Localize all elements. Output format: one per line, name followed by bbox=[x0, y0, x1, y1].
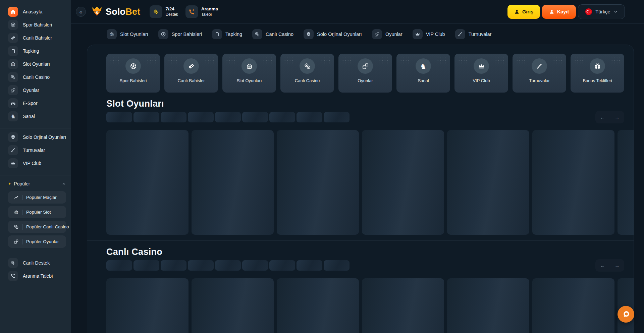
sidebar-item-aranma-talebi[interactable]: Aranma Talebi bbox=[8, 271, 66, 281]
skeleton-chip bbox=[269, 260, 295, 271]
category-card-slot-oyunlari[interactable]: Slot Oyunları bbox=[222, 54, 276, 93]
sidebar-popular-header[interactable]: ✦ Popüler bbox=[8, 179, 66, 188]
skeleton-game-card bbox=[106, 278, 189, 333]
slot-icon bbox=[8, 59, 18, 69]
sidebar-item-canli-destek[interactable]: Canlı Destek bbox=[8, 258, 66, 268]
sidebar-item-populer-canli-casino[interactable]: Popüler Canlı Casino bbox=[8, 221, 66, 233]
carousel-next-button[interactable]: → bbox=[610, 111, 625, 123]
nav-item-vip-club[interactable]: VIP Club bbox=[413, 29, 445, 39]
nav-item-slot-oyunlari[interactable]: Slot Oyunları bbox=[107, 29, 148, 39]
skeleton-chip bbox=[188, 260, 214, 271]
sidebar-item-canli-bahisler[interactable]: Canlı Bahisler bbox=[8, 33, 66, 43]
brand-logo[interactable]: SoloBet bbox=[91, 6, 140, 18]
soccer-ball-icon bbox=[125, 58, 141, 74]
sidebar-item-turnuvalar[interactable]: Turnuvalar bbox=[8, 145, 66, 155]
category-card-canli-bahisler[interactable]: Canlı Bahisler bbox=[164, 54, 218, 93]
user-icon bbox=[514, 9, 520, 14]
category-card-sanal[interactable]: ♞ Sanal bbox=[396, 54, 450, 93]
support-chip[interactable]: 7/24 Destek bbox=[150, 5, 178, 18]
nav-item-canli-casino[interactable]: Canlı Casino bbox=[252, 29, 293, 39]
dice-icon bbox=[14, 239, 19, 244]
skeleton-chip bbox=[133, 112, 159, 122]
sidebar-item-canli-casino[interactable]: Canlı Casino bbox=[8, 72, 66, 82]
nav-item-tapking[interactable]: Tapking bbox=[212, 29, 242, 39]
carousel-pager: ← → bbox=[595, 111, 624, 123]
nav-item-label: Turnuvalar bbox=[469, 32, 492, 37]
slot-icon bbox=[241, 58, 257, 74]
shield-crown-icon bbox=[8, 132, 18, 142]
skeleton-chip bbox=[324, 260, 350, 271]
language-selector[interactable]: Türkçe bbox=[578, 4, 625, 19]
crown-icon bbox=[413, 29, 423, 39]
carousel-next-button[interactable]: → bbox=[610, 259, 625, 272]
carousel-pager: ← → bbox=[595, 259, 624, 272]
section-toolbar: ← → bbox=[106, 111, 624, 123]
sidebar-item-populer-slot[interactable]: Popüler Slot bbox=[8, 206, 66, 218]
nav-item-label: Solo Orjinal Oyunları bbox=[317, 32, 362, 37]
crown-shield-s-icon bbox=[91, 6, 103, 18]
sidebar-item-solo-orjinal[interactable]: Solo Orjinal Oyunları bbox=[8, 132, 66, 142]
casino-chips-icon bbox=[8, 72, 18, 82]
brand-name: SoloBet bbox=[106, 7, 140, 17]
sidebar-item-e-spor[interactable]: E-Spor bbox=[8, 98, 66, 108]
nav-item-solo-orjinal[interactable]: Solo Orjinal Oyunları bbox=[304, 29, 362, 39]
sidebar-item-populer-oyunlar[interactable]: Popüler Oyunlar bbox=[8, 235, 66, 248]
carousel-prev-button[interactable]: ← bbox=[595, 111, 610, 123]
category-card-label: Spor Bahisleri bbox=[120, 78, 147, 83]
call-chip-text: Aranma Talebi bbox=[201, 6, 218, 17]
skeleton-chip bbox=[188, 112, 214, 122]
nav-item-oyunlar[interactable]: Oyunlar bbox=[372, 29, 402, 39]
sidebar-item-label: Oyunlar bbox=[23, 88, 39, 93]
skeleton-chip bbox=[269, 112, 295, 122]
dice-icon bbox=[372, 29, 382, 39]
dice-icon bbox=[358, 58, 373, 74]
login-button[interactable]: Giriş bbox=[507, 5, 540, 19]
category-card-label: Sanal bbox=[418, 78, 429, 83]
auth-buttons: Giriş Kayıt Türkçe bbox=[507, 4, 625, 19]
category-card-label: Turnuvalar bbox=[529, 78, 550, 83]
sidebar-collapse-button[interactable]: « bbox=[76, 7, 86, 17]
sidebar: Anasayfa Spor Bahisleri Canlı Bahisler T… bbox=[0, 0, 71, 333]
live-chat-fab[interactable] bbox=[618, 306, 634, 323]
tapking-icon bbox=[212, 29, 222, 39]
sidebar-item-vip-club[interactable]: VIP Club bbox=[8, 158, 66, 168]
skeleton-chip bbox=[215, 112, 241, 122]
sidebar-item-populer-maclar[interactable]: Popüler Maçlar bbox=[8, 191, 66, 204]
skeleton-chip-row bbox=[106, 260, 350, 271]
sidebar-item-sanal[interactable]: ♞ Sanal bbox=[8, 111, 66, 121]
category-card-bonus-teklifleri[interactable]: Bonus Teklifleri bbox=[571, 54, 624, 93]
tapking-icon bbox=[8, 46, 18, 56]
skeleton-game-card bbox=[192, 278, 274, 333]
category-card-oyunlar[interactable]: Oyunlar bbox=[338, 54, 392, 93]
sidebar-item-tapking[interactable]: Tapking bbox=[8, 46, 66, 56]
carousel-prev-button[interactable]: ← bbox=[595, 259, 610, 272]
nav-item-label: VIP Club bbox=[426, 32, 445, 37]
divider bbox=[22, 224, 23, 230]
nav-item-label: Canlı Casino bbox=[266, 32, 293, 37]
section-toolbar: ← → bbox=[106, 259, 624, 272]
category-card-canli-casino[interactable]: Canlı Casino bbox=[280, 54, 334, 93]
horse-icon: ♞ bbox=[416, 58, 431, 74]
sword-icon bbox=[8, 145, 18, 155]
category-card-vip-club[interactable]: VIP Club bbox=[454, 54, 508, 93]
sidebar-item-label: Sanal bbox=[23, 114, 35, 119]
sidebar-item-label: Slot Oyunları bbox=[23, 61, 50, 67]
call-request-chip[interactable]: Aranma Talebi bbox=[185, 5, 218, 18]
sidebar-item-label: E-Spor bbox=[23, 101, 38, 106]
divider bbox=[87, 240, 634, 241]
casino-chips-icon bbox=[252, 29, 262, 39]
register-button[interactable]: Kayıt bbox=[542, 5, 576, 19]
diamond-icon: ✦ bbox=[8, 182, 11, 186]
sidebar-item-label: Tapking bbox=[23, 48, 39, 54]
nav-item-label: Slot Oyunları bbox=[120, 32, 148, 37]
phone-forward-icon bbox=[185, 5, 198, 18]
sidebar-item-spor-bahisleri[interactable]: Spor Bahisleri bbox=[8, 20, 66, 30]
nav-item-turnuvalar[interactable]: Turnuvalar bbox=[455, 29, 492, 39]
nav-item-spor-bahisleri[interactable]: Spor Bahisleri bbox=[158, 29, 202, 39]
category-card-turnuvalar[interactable]: Turnuvalar bbox=[513, 54, 566, 93]
category-card-spor-bahisleri[interactable]: Spor Bahisleri bbox=[106, 54, 160, 93]
chevron-down-icon bbox=[613, 10, 618, 14]
sidebar-item-slot-oyunlari[interactable]: Slot Oyunları bbox=[8, 59, 66, 69]
sidebar-item-anasayfa[interactable]: Anasayfa bbox=[8, 7, 66, 17]
sidebar-item-oyunlar[interactable]: Oyunlar bbox=[8, 85, 66, 95]
